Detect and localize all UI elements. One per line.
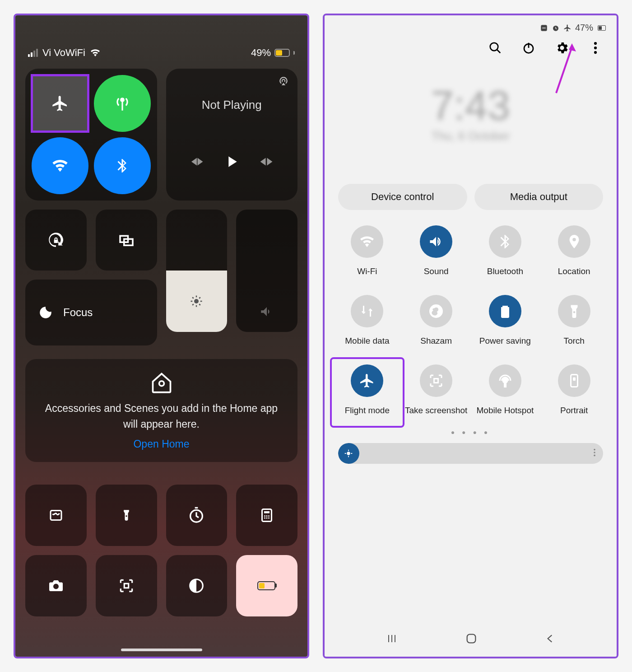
svg-point-43 — [594, 449, 595, 451]
dnd-icon — [540, 24, 548, 32]
low-power-mode-toggle[interactable] — [236, 555, 297, 616]
svg-line-8 — [200, 297, 201, 299]
qs-flight[interactable]: Flight mode — [333, 360, 402, 425]
flashlight-toggle[interactable] — [96, 485, 157, 546]
volume-slider[interactable] — [236, 210, 297, 332]
svg-rect-37 — [573, 378, 576, 381]
svg-point-15 — [266, 515, 268, 517]
location-icon — [558, 225, 590, 258]
airplane-status-icon — [563, 24, 572, 32]
qr-scanner-shortcut[interactable] — [96, 555, 157, 616]
quick-settings-grid: Wi-FiSoundBluetoothLocationMobile dataSh… — [325, 221, 617, 425]
back-button[interactable] — [544, 633, 556, 646]
battery-icon — [597, 25, 606, 31]
cellular-data-toggle[interactable] — [94, 75, 151, 132]
power-button[interactable] — [521, 40, 536, 56]
battery-icon — [257, 581, 275, 590]
qs-shazam[interactable]: Shazam — [402, 290, 471, 355]
page-indicator: ● ● ● ● — [325, 429, 617, 436]
more-button[interactable] — [588, 40, 603, 56]
calculator-icon — [259, 507, 275, 523]
qs-torch[interactable]: Torch — [539, 290, 609, 355]
flashlight-icon — [120, 506, 133, 524]
orientation-lock-toggle[interactable] — [25, 210, 87, 271]
rotation-lock-icon — [46, 230, 65, 249]
volume-icon — [236, 304, 297, 321]
prev-track-button[interactable] — [189, 154, 204, 169]
svg-point-33 — [594, 51, 597, 54]
freeform-shortcut[interactable] — [25, 485, 87, 546]
flight-icon — [351, 364, 383, 397]
svg-line-7 — [193, 304, 194, 305]
wifi-icon — [51, 157, 69, 175]
svg-line-5 — [193, 297, 194, 299]
svg-point-16 — [268, 515, 270, 517]
qs-label: Wi-Fi — [357, 261, 377, 281]
bluetooth-icon — [489, 225, 521, 258]
focus-button[interactable]: Focus — [25, 280, 157, 345]
qs-hotspot[interactable]: Mobile Hotspot — [471, 360, 540, 425]
qs-mobiledata[interactable]: Mobile data — [333, 290, 402, 355]
qs-bluetooth[interactable]: Bluetooth — [471, 221, 540, 286]
qs-label: Torch — [563, 331, 584, 351]
dark-mode-toggle[interactable] — [166, 555, 228, 616]
qs-label: Bluetooth — [487, 261, 523, 281]
home-indicator[interactable] — [121, 649, 202, 651]
qs-label: Portrait — [560, 401, 588, 420]
hotspot-icon — [489, 364, 521, 397]
airplane-mode-toggle[interactable] — [32, 75, 88, 132]
device-control-button[interactable]: Device control — [338, 184, 467, 210]
carrier-label: Vi VoWiFi — [42, 47, 85, 59]
svg-point-19 — [268, 517, 270, 518]
home-button[interactable] — [465, 632, 478, 647]
play-button[interactable] — [223, 153, 241, 171]
timer-shortcut[interactable] — [166, 485, 228, 546]
home-accessories-tile[interactable]: Accessories and Scenes you add in the Ho… — [25, 359, 297, 462]
bluetooth-toggle[interactable] — [94, 137, 151, 194]
media-tile[interactable]: Not Playing — [166, 69, 298, 201]
media-output-button[interactable]: Media output — [474, 184, 604, 210]
battery-icon — [274, 49, 290, 57]
svg-point-17 — [264, 517, 265, 518]
qs-powersaving[interactable]: Power saving — [471, 290, 540, 355]
airplane-icon — [51, 94, 69, 112]
svg-rect-49 — [467, 635, 476, 643]
home-icon — [150, 371, 173, 394]
bluetooth-icon — [114, 158, 130, 174]
battery-percentage: 47% — [575, 23, 593, 33]
brightness-more-icon[interactable] — [593, 448, 596, 459]
qs-sound[interactable]: Sound — [402, 221, 471, 286]
svg-rect-10 — [51, 510, 61, 520]
svg-point-27 — [490, 43, 498, 51]
svg-line-6 — [200, 304, 201, 305]
svg-rect-23 — [542, 28, 546, 28]
qs-label: Mobile Hotspot — [477, 401, 534, 420]
brightness-slider[interactable] — [338, 443, 603, 464]
qs-portrait[interactable]: Portrait — [539, 360, 609, 425]
next-track-button[interactable] — [259, 154, 274, 169]
open-home-link[interactable]: Open Home — [133, 438, 189, 450]
qs-label: Shazam — [420, 331, 452, 351]
mobiledata-icon — [351, 295, 383, 327]
airplay-icon[interactable] — [278, 75, 289, 89]
svg-point-0 — [194, 299, 199, 303]
timer-icon — [187, 506, 205, 524]
svg-point-44 — [594, 452, 595, 453]
qs-wifi[interactable]: Wi-Fi — [333, 221, 402, 286]
sound-icon — [420, 225, 452, 258]
alarm-icon — [552, 24, 560, 32]
qs-location[interactable]: Location — [539, 221, 609, 286]
navigation-bar — [325, 632, 617, 647]
qs-screenshot[interactable]: Take screenshot — [402, 360, 471, 425]
wifi-toggle[interactable] — [32, 137, 88, 194]
qs-label: Mobile data — [345, 331, 389, 351]
screenshot-icon — [420, 364, 452, 397]
svg-point-18 — [266, 517, 268, 518]
search-button[interactable] — [488, 40, 503, 56]
calculator-shortcut[interactable] — [236, 485, 297, 546]
screen-mirroring-button[interactable] — [96, 210, 157, 271]
recents-button[interactable] — [385, 633, 399, 646]
svg-rect-20 — [124, 583, 129, 588]
brightness-slider[interactable] — [166, 210, 228, 332]
camera-shortcut[interactable] — [25, 555, 87, 616]
